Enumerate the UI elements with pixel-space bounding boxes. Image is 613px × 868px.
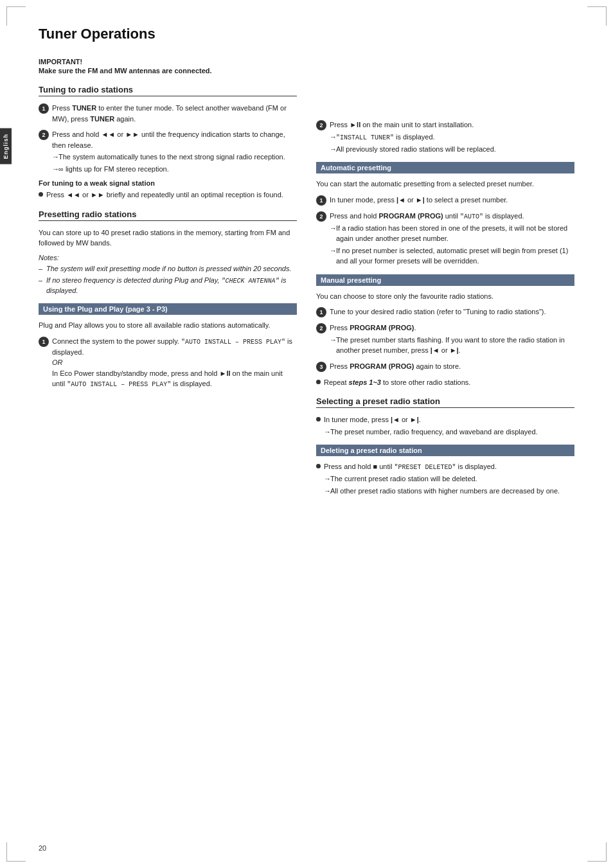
auto-step-2-arrow-1: If a radio station has been stored in on… (330, 223, 574, 244)
left-column: IMPORTANT! Make sure the FM and MW anten… (39, 58, 297, 501)
deleting-content: Press and hold ■ until "PRESET DELETED" … (324, 461, 560, 496)
plug-play-section-title: Using the Plug and Play (page 3 - P3) (39, 303, 297, 315)
manual-presetting-title: Manual presetting (316, 274, 574, 286)
auto-step-num-1: 1 (316, 195, 326, 206)
important-text: Make sure the FM and MW antennas are con… (39, 67, 297, 75)
corner-tl (6, 6, 26, 26)
step-num-2: 2 (39, 130, 49, 140)
right-step-2-content: Press ►II on the main unit to start inst… (330, 120, 496, 154)
manual-step-num-2: 2 (316, 323, 326, 333)
section-tuning-title: Tuning to radio stations (39, 85, 297, 96)
notes-title: Notes: (39, 254, 297, 261)
auto-step-1-content: In tuner mode, press |◄ or ►| to select … (330, 195, 508, 206)
auto-presetting-intro: You can start the automatic presetting f… (316, 179, 574, 190)
corner-br (587, 842, 607, 862)
tuning-step-2-arrow-1: The system automatically tunes to the ne… (52, 152, 297, 163)
page-number: 20 (39, 844, 46, 852)
auto-step-2: 2 Press and hold PROGRAM (PROG) until "A… (316, 211, 574, 267)
note-2: If no stereo frequency is detected durin… (39, 276, 297, 296)
deleting-bullet (316, 464, 321, 468)
section-presetting-title: Presetting radio stations (39, 209, 297, 221)
right-step-num-2: 2 (316, 120, 326, 130)
auto-step-1: 1 In tuner mode, press |◄ or ►| to selec… (316, 195, 574, 206)
auto-presetting-title: Automatic presetting (316, 162, 574, 173)
manual-step-2-arrow-1: The preset number starts flashing. If yo… (330, 335, 574, 356)
right-column: 2 Press ►II on the main unit to start in… (316, 58, 574, 501)
manual-step-1: 1 Tune to your desired radio station (re… (316, 306, 574, 317)
weak-signal-title: For tuning to a weak signal station (39, 179, 297, 187)
right-step-2-arrow-1: "INSTALL TUNER" is displayed. (330, 132, 496, 143)
tuning-step-1-content: Press TUNER to enter the tuner mode. To … (52, 103, 297, 124)
right-step-2: 2 Press ►II on the main unit to start in… (316, 120, 574, 154)
manual-step-num-1: 1 (316, 307, 326, 317)
manual-repeat-bullet (316, 380, 321, 384)
manual-repeat-step: Repeat steps 1~3 to store other radio st… (316, 377, 574, 388)
manual-repeat-content: Repeat steps 1~3 to store other radio st… (324, 377, 470, 388)
manual-step-2-content: Press PROGRAM (PROG). The preset number … (330, 323, 574, 356)
note-1: The system will exit presetting mode if … (39, 264, 297, 274)
selecting-content: In tuner mode, press |◄ or ►|. The prese… (324, 414, 538, 437)
deleting-arrow-1: The current preset radio station will be… (324, 474, 560, 484)
weak-signal-step: Press ◄◄ or ►► briefly and repeatedly un… (39, 190, 297, 200)
manual-presetting-intro: You can choose to store only the favouri… (316, 291, 574, 302)
presetting-intro: You can store up to 40 preset radio stat… (39, 227, 297, 249)
selecting-arrow-1: The preset number, radio frequency, and … (324, 427, 538, 438)
manual-step-3: 3 Press PROGRAM (PROG) again to store. (316, 361, 574, 372)
notes-section: Notes: The system will exit presetting m… (39, 254, 297, 296)
tuning-step-1: 1 Press TUNER to enter the tuner mode. T… (39, 103, 297, 124)
weak-signal-bullet (39, 192, 43, 197)
notes-list: The system will exit presetting mode if … (39, 264, 297, 296)
page-title: Tuner Operations (39, 26, 574, 45)
deleting-step: Press and hold ■ until "PRESET DELETED" … (316, 461, 574, 496)
manual-step-num-3: 3 (316, 362, 326, 372)
plug-play-intro: Plug and Play allows you to store all av… (39, 320, 297, 331)
step-num-1: 1 (39, 103, 49, 114)
selecting-step: In tuner mode, press |◄ or ►|. The prese… (316, 414, 574, 437)
auto-step-2-content: Press and hold PROGRAM (PROG) until "AUT… (330, 211, 574, 267)
right-step-2-arrow-2: All previously stored radio stations wil… (330, 144, 496, 155)
tuning-step-2: 2 Press and hold ◄◄ or ►► until the freq… (39, 129, 297, 174)
deleting-arrow-2: All other preset radio stations with hig… (324, 486, 560, 497)
selecting-preset-title: Selecting a preset radio station (316, 396, 574, 408)
corner-bl (6, 842, 26, 862)
two-column-layout: IMPORTANT! Make sure the FM and MW anten… (39, 58, 574, 501)
weak-signal-content: Press ◄◄ or ►► briefly and repeatedly un… (46, 190, 283, 200)
plug-play-step-1: 1 Connect the system to the power supply… (39, 336, 297, 390)
tuning-step-2-content: Press and hold ◄◄ or ►► until the freque… (52, 129, 297, 174)
selecting-bullet (316, 417, 321, 421)
important-label: IMPORTANT! (39, 58, 82, 66)
manual-step-3-content: Press PROGRAM (PROG) again to store. (330, 361, 461, 372)
plug-play-step-num-1: 1 (39, 337, 49, 347)
important-box: IMPORTANT! Make sure the FM and MW anten… (39, 58, 297, 75)
plug-play-step-1-content: Connect the system to the power supply. … (52, 336, 297, 390)
deleting-preset-title: Deleting a preset radio station (316, 445, 574, 456)
language-tab: English (0, 128, 12, 164)
manual-step-1-content: Tune to your desired radio station (refe… (330, 306, 546, 317)
corner-tr (587, 6, 607, 26)
tuning-step-2-arrow-2: ∞ lights up for FM stereo reception. (52, 164, 297, 175)
page: English 20 Tuner Operations IMPORTANT! M… (0, 0, 613, 868)
auto-step-2-arrow-2: If no preset number is selected, automat… (330, 245, 574, 267)
auto-step-num-2: 2 (316, 211, 326, 222)
manual-step-2: 2 Press PROGRAM (PROG). The preset numbe… (316, 323, 574, 356)
